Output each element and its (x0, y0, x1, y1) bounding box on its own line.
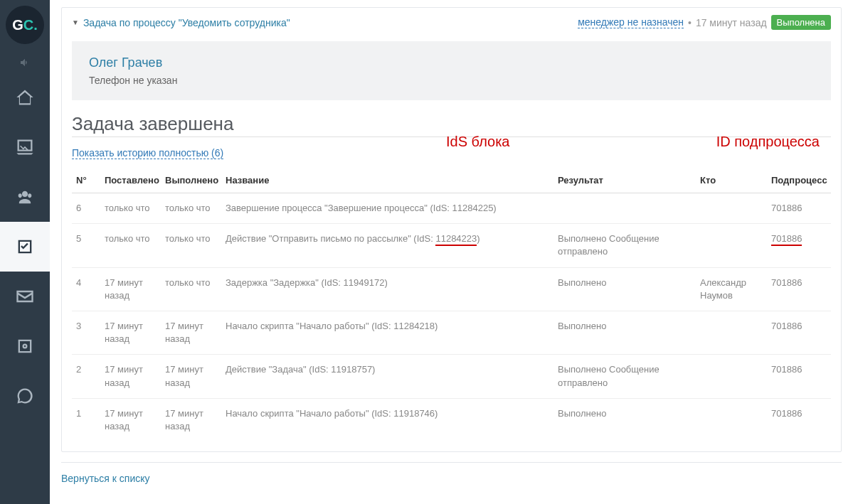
table-cell: Действие "Задача" (IdS: 11918757) (221, 355, 553, 398)
user-block: Олег Грачев Телефон не указан (72, 41, 831, 100)
user-name[interactable]: Олег Грачев (89, 55, 814, 70)
table-cell: Начало скрипта "Начало работы" (IdS: 119… (221, 398, 553, 441)
table-row: 117 минут назад17 минут назадНачало скри… (72, 398, 831, 441)
table-cell (696, 355, 767, 398)
table-cell (696, 398, 767, 441)
nav-chart-icon[interactable] (0, 122, 50, 172)
table-cell: Действие "Отправить письмо по рассылке" … (221, 224, 553, 267)
table-cell: Выполнено (553, 398, 696, 441)
header-right: менеджер не назначен • 17 минут назад Вы… (578, 15, 831, 30)
card-header: ▼ Задача по процессу "Уведомить сотрудни… (62, 8, 841, 37)
table-cell: 17 минут назад (161, 311, 221, 354)
user-phone: Телефон не указан (89, 75, 814, 86)
table-cell: 701886 (767, 224, 831, 267)
table-cell: Задержка "Задержка" (IdS: 11949172) (221, 267, 553, 311)
table-cell: только что (161, 267, 221, 311)
table-cell: только что (161, 224, 221, 267)
table-cell: только что (100, 224, 161, 267)
table-cell: Выполнено (553, 267, 696, 311)
table-cell: Завершение процесса "Завершение процесса… (221, 193, 553, 224)
table-cell (696, 311, 767, 354)
nav-tasks-icon[interactable] (0, 222, 50, 272)
nav-chat-icon[interactable] (0, 371, 50, 421)
time-ago: 17 минут назад (696, 17, 767, 28)
col-done: Выполнено (161, 168, 221, 193)
table-cell: Выполнено Сообщение отправлено (553, 224, 696, 267)
table-cell: 17 минут назад (100, 398, 161, 441)
table-cell: 6 (72, 193, 100, 224)
table-row: 5только чтотолько чтоДействие "Отправить… (72, 224, 831, 267)
col-no: N° (72, 168, 100, 193)
table-cell: только что (161, 193, 221, 224)
table-cell: 2 (72, 355, 100, 398)
table-cell: 17 минут назад (161, 355, 221, 398)
sep: • (688, 17, 692, 28)
nav-users-icon[interactable] (0, 172, 50, 222)
table-cell: 17 минут назад (100, 311, 161, 354)
status-badge: Выполнена (771, 15, 831, 30)
table-cell: 701886 (767, 311, 831, 354)
table-cell: Начало скрипта "Начало работы" (IdS: 112… (221, 311, 553, 354)
table-row: 417 минут назадтолько чтоЗадержка "Задер… (72, 267, 831, 311)
manager-link[interactable]: менеджер не назначен (578, 16, 684, 28)
table-cell: 17 минут назад (100, 355, 161, 398)
table-cell: 17 минут назад (161, 398, 221, 441)
table-cell: 701886 (767, 398, 831, 441)
table-cell: 17 минут назад (100, 267, 161, 311)
table-row: 217 минут назад17 минут назадДействие "З… (72, 355, 831, 398)
col-created: Поставлено (100, 168, 161, 193)
table-cell (696, 193, 767, 224)
table-cell: 3 (72, 311, 100, 354)
nav-sound-icon[interactable] (0, 53, 50, 73)
logo-c: C (23, 17, 33, 33)
col-sub: Подпроцесс (767, 168, 831, 193)
table-cell: 1 (72, 398, 100, 441)
col-who: Кто (696, 168, 767, 193)
main-content: ▼ Задача по процессу "Уведомить сотрудни… (50, 0, 853, 504)
table-cell: только что (100, 193, 161, 224)
nav-mail-icon[interactable] (0, 272, 50, 321)
table-row: 6только чтотолько чтоЗавершение процесса… (72, 193, 831, 224)
logo[interactable]: GC. (6, 6, 44, 44)
task-card: ▼ Задача по процессу "Уведомить сотрудни… (61, 7, 842, 452)
nav-home-icon[interactable] (0, 73, 50, 122)
table-cell (696, 224, 767, 267)
table-cell: Выполнено (553, 311, 696, 354)
logo-dot: . (33, 17, 38, 33)
table-row: 317 минут назад17 минут назадНачало скри… (72, 311, 831, 354)
history-link[interactable]: Показать историю полностью (6) (72, 147, 223, 159)
table-cell: Выполнено Сообщение отправлено (553, 355, 696, 398)
history-table: N° Поставлено Выполнено Название Результ… (72, 168, 831, 441)
col-result: Результат (553, 168, 696, 193)
table-cell (553, 193, 696, 224)
caret-icon[interactable]: ▼ (72, 18, 79, 26)
nav-settings-icon[interactable] (0, 321, 50, 371)
table-cell: 4 (72, 267, 100, 311)
table-wrap: IdS блока ID подпроцесса N° Поставлено В… (62, 168, 841, 451)
table-cell: 701886 (767, 267, 831, 311)
table-cell: 701886 (767, 355, 831, 398)
task-title[interactable]: Задача по процессу "Уведомить сотрудника… (83, 17, 290, 28)
section-title: Задача завершена (72, 113, 831, 137)
table-cell: 5 (72, 224, 100, 267)
logo-g: G (12, 17, 23, 33)
col-name: Название (221, 168, 553, 193)
table-cell: 701886 (767, 193, 831, 224)
divider (61, 462, 842, 463)
table-cell: Александр Наумов (696, 267, 767, 311)
back-link[interactable]: Вернуться к списку (61, 473, 842, 484)
sidebar: GC. (0, 0, 50, 504)
